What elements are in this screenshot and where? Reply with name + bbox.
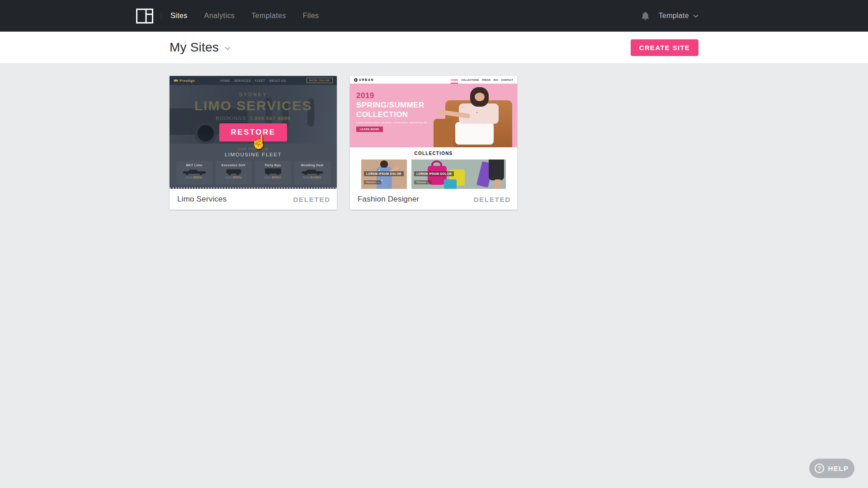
thumb-limo-cta: BOOK ONLINE [307,78,333,83]
create-site-button[interactable]: CREATE SITE [631,39,698,56]
site-card-fashion-designer[interactable]: URBAN HOME COLLECTIONS PRESS BIO CONTACT [350,76,517,210]
account-menu[interactable]: Template [659,12,698,20]
thumb-limo-nav: HOME SERVICES FLEET ABOUT US [220,79,286,82]
help-button[interactable]: ? HELP [809,459,854,478]
thumb-limo-fleet-section: OUR PREMIUM LIMOUSINE FLEET MKT Limo fro… [170,144,337,188]
fashion-photo-shape [380,160,388,168]
site-name: Fashion Designer [358,195,419,204]
page-title: My Sites [170,40,219,55]
fleet-tile: Party Bus from $99/hr [255,161,291,184]
thumb-learn-more-chip: LEARN MORE [356,127,383,132]
thumb-limo-hero-text: SYDNEY LIMO SERVICES BOOKINGS: 1 800 567… [170,85,337,121]
fleet-tile: MKT Limo from $89/hr [176,161,212,184]
site-card-footer: Fashion Designer DELETED [350,189,517,210]
topbar-divider [161,12,161,20]
nav-item-templates[interactable]: Templates [251,12,286,20]
help-button-label: HELP [828,465,849,472]
limo-photo-shape [194,122,217,145]
fashion-photo-shape [489,160,504,180]
bus-icon [260,168,286,176]
thumb-fashion-hero: 2019 SPRING/SUMMER COLLECTION Lorem ipsu… [350,84,517,147]
thumb-limo-brand: Prestige [174,79,195,83]
chevron-down-icon [693,14,698,18]
main-content: Prestige HOME SERVICES FLEET ABOUT US BO… [0,63,868,488]
nav-item-sites[interactable]: Sites [170,12,188,20]
restore-button[interactable]: RESTORE [219,123,287,141]
fashion-photo-shape [495,179,500,189]
site-thumbnail: Prestige HOME SERVICES FLEET ABOUT US BO… [170,76,337,189]
chevron-down-icon [225,47,231,50]
my-sites-dropdown[interactable]: My Sites [170,40,231,55]
page-header: My Sites CREATE SITE [0,32,868,63]
suv-icon [221,168,246,176]
site-name: Limo Services [177,195,226,204]
nav-item-files[interactable]: Files [303,12,319,20]
thumb-fashion-collections: COLLECTIONS LOREM IPSUM DOLOR Discover → [350,147,517,189]
sedan-icon [300,168,325,176]
fleet-tile: Wedding Deal from $149/hr [294,161,330,184]
status-badge: DELETED [473,196,511,203]
collection-tile: LOREM IPSUM DOLOR Discover → [411,160,506,189]
topbar-right: Template [642,12,698,20]
fashion-photo-shape [475,93,485,102]
thumb-fashion-brand: URBAN [354,78,374,82]
fleet-tile: Executive SUV from $55/hr [216,161,252,184]
site-cards-row: Prestige HOME SERVICES FLEET ABOUT US BO… [170,76,698,210]
site-card-limo-services[interactable]: Prestige HOME SERVICES FLEET ABOUT US BO… [170,76,337,210]
site-thumbnail: URBAN HOME COLLECTIONS PRESS BIO CONTACT [350,76,517,189]
nav-item-analytics[interactable]: Analytics [204,12,235,20]
thumb-fashion-hero-text: 2019 SPRING/SUMMER COLLECTION Lorem ipsu… [356,91,428,132]
gem-icon [354,78,358,82]
crown-icon [174,79,178,82]
bell-icon[interactable] [642,12,649,20]
layout-grid-logo[interactable] [136,9,153,23]
thumb-fashion-nav: HOME COLLECTIONS PRESS BIO CONTACT [451,79,513,81]
collection-tile: LOREM IPSUM DOLOR Discover → [361,160,407,189]
thumb-fashion-header: URBAN HOME COLLECTIONS PRESS BIO CONTACT [350,76,517,84]
fashion-photo-shape [455,122,494,145]
top-bar: Sites Analytics Templates Files Template [0,0,868,32]
question-mark-icon: ? [815,464,824,473]
status-badge: DELETED [293,196,330,203]
primary-nav: Sites Analytics Templates Files [170,12,319,20]
fashion-photo-shape [434,119,453,151]
limo-icon [182,168,207,176]
site-card-footer: Limo Services DELETED [170,189,337,210]
account-menu-label: Template [659,12,689,20]
thumb-limo-header: Prestige HOME SERVICES FLEET ABOUT US BO… [170,76,337,85]
